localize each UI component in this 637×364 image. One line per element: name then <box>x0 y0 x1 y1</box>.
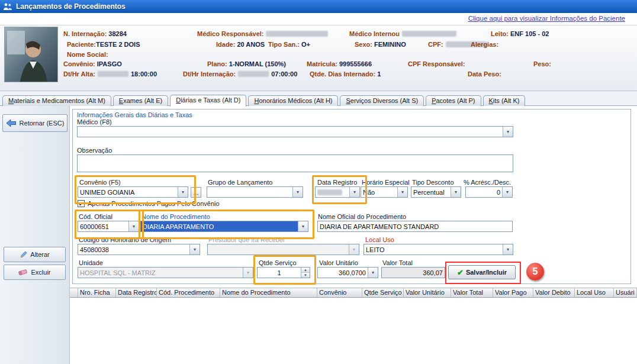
col-valor-pago[interactable]: Valor Pago <box>493 288 533 297</box>
field-leito: Leito:ENF 105 - 02 <box>491 30 549 37</box>
unidade-select: HOSPITAL SQL - MATRIZ ▾ <box>78 267 253 278</box>
chevron-down-icon: ▾ <box>349 244 359 255</box>
redacted-value <box>317 189 342 195</box>
local-uso-label: Local Uso <box>365 236 394 243</box>
horario-especial-select[interactable]: Não ▾ <box>361 186 408 198</box>
field-label: Dt/Hr Internação: <box>183 70 236 78</box>
back-arrow-icon <box>6 119 17 127</box>
chevron-down-icon[interactable]: ▾ <box>128 221 139 231</box>
unidade-value: HOSPITAL SQL - MATRIZ <box>78 268 243 278</box>
valor-total-value: 360,07 <box>423 269 443 276</box>
nome-procedimento-value: DIARIA APARTAMENTO <box>141 221 298 231</box>
retornar-button[interactable]: Retornar (ESC) <box>2 114 67 132</box>
valor-unitario-value: 360,0700 <box>318 268 368 278</box>
tab-servicos-diversos[interactable]: Serviços Diversos (Alt S) <box>340 95 424 106</box>
valor-total-field: 360,07 <box>381 267 445 278</box>
col-cod-procedimento[interactable]: Cód. Procedimento <box>157 288 220 297</box>
field-value: 18:00:00 <box>131 70 157 78</box>
local-uso-select[interactable]: LEITO ▾ <box>363 244 513 255</box>
nome-procedimento-select[interactable]: DIARIA APARTAMENTO ▾ <box>140 221 308 232</box>
cod-oficial-select[interactable]: 60000651 ▾ <box>78 221 139 232</box>
chevron-down-icon[interactable]: ▾ <box>503 127 513 137</box>
field-label: Leito: <box>491 30 509 37</box>
chevron-down-icon[interactable]: ▾ <box>349 187 359 197</box>
stepper-up-icon[interactable]: ▲ <box>301 268 310 272</box>
medico-label: Médico (F8) <box>77 118 112 125</box>
chevron-down-icon[interactable]: ▾ <box>189 244 200 255</box>
qtde-servico-stepper[interactable]: 1 ▲ ▼ <box>257 267 310 278</box>
col-usuario[interactable]: Usuári <box>614 288 637 297</box>
field-value: 38284 <box>108 30 127 37</box>
salvar-incluir-button[interactable]: ✔ Salvar/Incluir <box>448 265 516 279</box>
stepper-arrows: ▲ ▼ <box>301 268 310 278</box>
medico-select[interactable]: ▾ <box>77 126 513 137</box>
col-valor-debito[interactable]: Valor Debito <box>533 288 575 297</box>
field-value: 20 ANOS <box>237 41 265 48</box>
tab-kits[interactable]: Kits (Alt K) <box>483 95 526 106</box>
col-qtde-servico[interactable]: Qtde Serviço <box>362 288 404 297</box>
observacao-input[interactable] <box>77 154 513 172</box>
field-label: Matricula: <box>307 60 337 67</box>
chevron-down-icon[interactable]: ▾ <box>368 268 378 278</box>
col-nro-ficha[interactable]: Nro. Ficha <box>78 288 116 297</box>
field-paciente: Paciente:TESTE 2 DOIS <box>67 41 140 48</box>
field-label: Qtde. Dias Internado: <box>310 70 375 78</box>
col-data-registro[interactable]: Data Registro <box>116 288 157 297</box>
observacao-label: Observação <box>77 147 112 154</box>
col-local-uso[interactable]: Local Uso <box>575 288 614 297</box>
tab-pacotes[interactable]: Pacotes (Alt P) <box>426 95 481 106</box>
chevron-down-icon[interactable]: ▾ <box>503 244 513 255</box>
tipo-desconto-select[interactable]: Percentual ▾ <box>411 186 461 198</box>
groupbox-title: Informações Gerais das Diárias e Taxas <box>77 111 192 118</box>
redacted-value <box>402 31 456 37</box>
field-value: IPASGO <box>97 60 122 67</box>
alterar-label: Alterar <box>30 251 49 258</box>
tab-honorarios-medicos[interactable]: Honorários Médicos (Alt H) <box>248 95 338 106</box>
cod-oficial-value: 60000651 <box>78 221 128 231</box>
tab-materiais-medicamentos[interactable]: Materiais e Medicamentos (Alt M) <box>2 95 111 106</box>
chevron-down-icon[interactable]: ▾ <box>502 187 512 197</box>
apenas-pagos-checkbox[interactable]: ✓ <box>78 200 85 207</box>
tab-diarias-taxas[interactable]: Diárias e Taxas (Alt D) <box>170 95 246 107</box>
patient-info-link[interactable]: Clique aqui para visualizar Informações … <box>468 15 625 22</box>
chevron-down-icon[interactable]: ▾ <box>451 187 461 197</box>
chevron-down-icon[interactable]: ▾ <box>298 221 308 231</box>
local-uso-value: LEITO <box>364 244 503 255</box>
chevron-down-icon[interactable]: ▾ <box>397 187 407 197</box>
valor-unitario-select[interactable]: 360,0700 ▾ <box>317 267 378 278</box>
left-sidebar <box>0 106 70 364</box>
field-label: Data Peso: <box>468 70 501 78</box>
acresc-desc-select[interactable]: 0 ▾ <box>465 186 513 198</box>
chevron-down-icon[interactable]: ▾ <box>178 187 188 197</box>
col-valor-unitario[interactable]: Valor Unitário <box>404 288 451 297</box>
field-label: Plano: <box>207 60 227 67</box>
chevron-down-icon[interactable]: ▾ <box>292 187 303 197</box>
data-registro-select[interactable]: ▾ <box>315 186 360 198</box>
tab-exames[interactable]: Exames (Alt E) <box>113 95 168 106</box>
field-peso: Peso: <box>533 60 551 67</box>
grupo-lancamento-label: Grupo de Lançamento <box>208 179 272 186</box>
field-label: Sexo: <box>355 41 372 48</box>
tab-label: Exames (Alt E) <box>119 97 162 104</box>
apenas-pagos-label: Apenas Procedimentos Pagos Pelo Convênio <box>88 200 220 207</box>
procedures-table-body[interactable] <box>70 298 637 364</box>
field-sexo: Sexo:FEMININO <box>355 41 406 48</box>
convenio-select[interactable]: UNIMED GOIANIA ▾ <box>78 186 188 198</box>
col-valor-total[interactable]: Valor Total <box>451 288 493 297</box>
valor-total-label: Valor Total <box>382 259 413 266</box>
field-medico-responsavel: Médico Responsável: <box>197 30 330 37</box>
cod-honorario-select[interactable]: 45080038 ▾ <box>78 244 200 255</box>
col-nome-procedimento[interactable]: Nome do Procedimento <box>220 288 317 297</box>
qtde-servico-label: Qtde Serviço <box>259 259 297 266</box>
field-value: 1-NORMAL (150%) <box>229 60 286 67</box>
convenio-browse-button[interactable]: ... <box>191 187 201 198</box>
stepper-down-icon[interactable]: ▼ <box>301 272 310 278</box>
field-label: Médico Internou <box>349 30 400 37</box>
alterar-button[interactable]: Alterar <box>4 247 66 262</box>
grupo-lancamento-select[interactable]: ▾ <box>207 186 303 198</box>
nome-oficial-input[interactable]: DIARIA DE APARTAMENTO STANDARD <box>317 221 513 232</box>
excluir-button[interactable]: Excluir <box>4 265 66 280</box>
col-convenio[interactable]: Convênio <box>317 288 362 297</box>
convenio-value: UNIMED GOIANIA <box>78 187 178 197</box>
field-label: Paciente: <box>67 41 96 48</box>
